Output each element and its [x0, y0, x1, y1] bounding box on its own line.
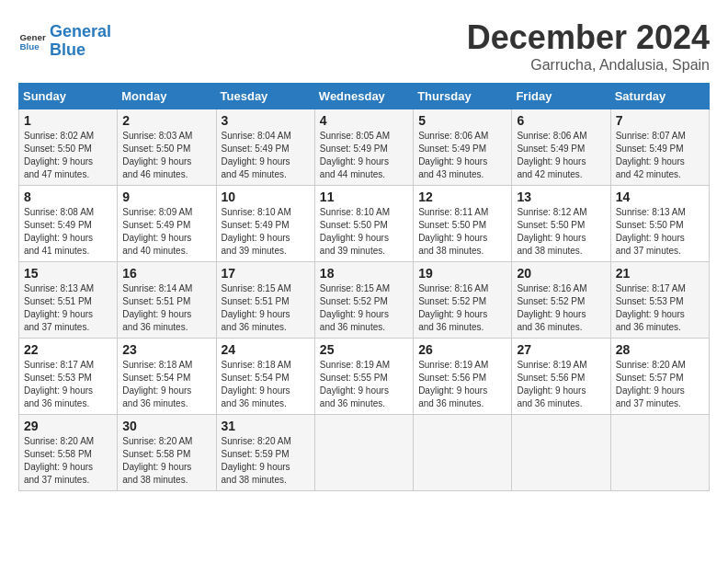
day-number: 19 — [418, 266, 506, 281]
day-number: 7 — [616, 113, 704, 128]
day-number: 12 — [418, 190, 506, 204]
day-info: Sunrise: 8:04 AM Sunset: 5:49 PM Dayligh… — [222, 130, 310, 181]
calendar-day-cell: 26Sunrise: 8:19 AM Sunset: 5:56 PM Dayli… — [414, 339, 512, 415]
calendar-day-cell: 5Sunrise: 8:06 AM Sunset: 5:49 PM Daylig… — [414, 109, 512, 186]
day-number: 2 — [122, 113, 210, 128]
days-header-row: SundayMondayTuesdayWednesdayThursdayFrid… — [19, 84, 710, 109]
calendar-day-cell: 9Sunrise: 8:09 AM Sunset: 5:49 PM Daylig… — [118, 186, 216, 262]
day-info: Sunrise: 8:10 AM Sunset: 5:50 PM Dayligh… — [320, 206, 408, 258]
day-number: 25 — [320, 342, 408, 357]
calendar-day-cell: 2Sunrise: 8:03 AM Sunset: 5:50 PM Daylig… — [118, 109, 216, 186]
day-info: Sunrise: 8:06 AM Sunset: 5:49 PM Dayligh… — [517, 130, 605, 181]
day-number: 10 — [222, 190, 310, 204]
day-number: 4 — [320, 113, 408, 128]
calendar-day-cell — [512, 415, 610, 491]
day-number: 15 — [24, 266, 112, 281]
day-number: 6 — [517, 113, 605, 128]
day-number: 9 — [122, 190, 210, 204]
day-number: 23 — [122, 342, 210, 357]
day-info: Sunrise: 8:15 AM Sunset: 5:52 PM Dayligh… — [320, 282, 408, 334]
calendar-day-cell: 13Sunrise: 8:12 AM Sunset: 5:50 PM Dayli… — [512, 186, 610, 262]
header: General Blue General Blue December 2024 … — [18, 18, 710, 74]
calendar-day-cell: 24Sunrise: 8:18 AM Sunset: 5:54 PM Dayli… — [216, 339, 314, 415]
day-info: Sunrise: 8:09 AM Sunset: 5:49 PM Dayligh… — [122, 206, 210, 258]
calendar-day-cell: 10Sunrise: 8:10 AM Sunset: 5:49 PM Dayli… — [216, 186, 314, 262]
calendar-day-cell: 22Sunrise: 8:17 AM Sunset: 5:53 PM Dayli… — [19, 339, 118, 415]
day-of-week-header: Wednesday — [314, 84, 413, 109]
day-info: Sunrise: 8:20 AM Sunset: 5:59 PM Dayligh… — [222, 435, 310, 487]
calendar-day-cell: 25Sunrise: 8:19 AM Sunset: 5:55 PM Dayli… — [314, 339, 413, 415]
calendar-day-cell: 6Sunrise: 8:06 AM Sunset: 5:49 PM Daylig… — [512, 109, 610, 186]
day-info: Sunrise: 8:19 AM Sunset: 5:55 PM Dayligh… — [320, 359, 408, 410]
calendar-week-row: 1Sunrise: 8:02 AM Sunset: 5:50 PM Daylig… — [19, 109, 710, 186]
calendar-week-row: 8Sunrise: 8:08 AM Sunset: 5:49 PM Daylig… — [19, 186, 710, 262]
day-number: 31 — [222, 419, 310, 433]
day-info: Sunrise: 8:10 AM Sunset: 5:49 PM Dayligh… — [222, 206, 310, 258]
calendar-day-cell — [314, 415, 413, 491]
day-number: 16 — [122, 266, 210, 281]
day-info: Sunrise: 8:11 AM Sunset: 5:50 PM Dayligh… — [418, 206, 506, 258]
calendar-day-cell: 7Sunrise: 8:07 AM Sunset: 5:49 PM Daylig… — [610, 109, 709, 186]
calendar-day-cell: 3Sunrise: 8:04 AM Sunset: 5:49 PM Daylig… — [216, 109, 314, 186]
calendar-day-cell: 17Sunrise: 8:15 AM Sunset: 5:51 PM Dayli… — [216, 262, 314, 339]
calendar-day-cell: 1Sunrise: 8:02 AM Sunset: 5:50 PM Daylig… — [19, 109, 118, 186]
day-info: Sunrise: 8:17 AM Sunset: 5:53 PM Dayligh… — [616, 282, 704, 334]
calendar-day-cell: 27Sunrise: 8:19 AM Sunset: 5:56 PM Dayli… — [512, 339, 610, 415]
day-number: 30 — [122, 419, 210, 433]
day-info: Sunrise: 8:13 AM Sunset: 5:50 PM Dayligh… — [616, 206, 704, 258]
day-info: Sunrise: 8:08 AM Sunset: 5:49 PM Dayligh… — [24, 206, 112, 258]
calendar-day-cell: 23Sunrise: 8:18 AM Sunset: 5:54 PM Dayli… — [118, 339, 216, 415]
svg-text:Blue: Blue — [20, 41, 40, 52]
day-of-week-header: Thursday — [414, 84, 512, 109]
day-info: Sunrise: 8:20 AM Sunset: 5:58 PM Dayligh… — [24, 435, 112, 487]
calendar-day-cell: 15Sunrise: 8:13 AM Sunset: 5:51 PM Dayli… — [19, 262, 118, 339]
day-of-week-header: Friday — [512, 84, 610, 109]
calendar-day-cell: 30Sunrise: 8:20 AM Sunset: 5:58 PM Dayli… — [118, 415, 216, 491]
day-number: 21 — [616, 266, 704, 281]
calendar-day-cell: 21Sunrise: 8:17 AM Sunset: 5:53 PM Dayli… — [610, 262, 709, 339]
day-info: Sunrise: 8:16 AM Sunset: 5:52 PM Dayligh… — [517, 282, 605, 334]
day-number: 22 — [24, 342, 112, 357]
calendar-day-cell: 19Sunrise: 8:16 AM Sunset: 5:52 PM Dayli… — [414, 262, 512, 339]
logo-text: General Blue — [50, 23, 111, 60]
day-info: Sunrise: 8:19 AM Sunset: 5:56 PM Dayligh… — [418, 359, 506, 410]
day-info: Sunrise: 8:19 AM Sunset: 5:56 PM Dayligh… — [517, 359, 605, 410]
logo-line1: General — [50, 22, 111, 40]
day-number: 26 — [418, 342, 506, 357]
day-info: Sunrise: 8:02 AM Sunset: 5:50 PM Dayligh… — [24, 130, 112, 181]
day-number: 27 — [517, 342, 605, 357]
calendar-day-cell: 29Sunrise: 8:20 AM Sunset: 5:58 PM Dayli… — [19, 415, 118, 491]
month-year: December 2024 — [467, 18, 710, 57]
day-info: Sunrise: 8:05 AM Sunset: 5:49 PM Dayligh… — [320, 130, 408, 181]
day-number: 5 — [418, 113, 506, 128]
day-of-week-header: Saturday — [610, 84, 709, 109]
calendar-day-cell: 14Sunrise: 8:13 AM Sunset: 5:50 PM Dayli… — [610, 186, 709, 262]
day-number: 17 — [222, 266, 310, 281]
calendar-day-cell: 12Sunrise: 8:11 AM Sunset: 5:50 PM Dayli… — [414, 186, 512, 262]
calendar-day-cell: 20Sunrise: 8:16 AM Sunset: 5:52 PM Dayli… — [512, 262, 610, 339]
title-area: December 2024 Garrucha, Andalusia, Spain — [467, 18, 710, 74]
day-number: 29 — [24, 419, 112, 433]
day-info: Sunrise: 8:14 AM Sunset: 5:51 PM Dayligh… — [122, 282, 210, 334]
calendar-day-cell: 31Sunrise: 8:20 AM Sunset: 5:59 PM Dayli… — [216, 415, 314, 491]
day-info: Sunrise: 8:13 AM Sunset: 5:51 PM Dayligh… — [24, 282, 112, 334]
day-info: Sunrise: 8:03 AM Sunset: 5:50 PM Dayligh… — [122, 130, 210, 181]
day-info: Sunrise: 8:15 AM Sunset: 5:51 PM Dayligh… — [222, 282, 310, 334]
logo: General Blue General Blue — [18, 23, 111, 60]
day-number: 8 — [24, 190, 112, 204]
calendar-day-cell: 18Sunrise: 8:15 AM Sunset: 5:52 PM Dayli… — [314, 262, 413, 339]
day-info: Sunrise: 8:12 AM Sunset: 5:50 PM Dayligh… — [517, 206, 605, 258]
calendar-day-cell: 4Sunrise: 8:05 AM Sunset: 5:49 PM Daylig… — [314, 109, 413, 186]
calendar-week-row: 15Sunrise: 8:13 AM Sunset: 5:51 PM Dayli… — [19, 262, 710, 339]
calendar-day-cell: 8Sunrise: 8:08 AM Sunset: 5:49 PM Daylig… — [19, 186, 118, 262]
day-of-week-header: Monday — [118, 84, 216, 109]
calendar-week-row: 22Sunrise: 8:17 AM Sunset: 5:53 PM Dayli… — [19, 339, 710, 415]
day-number: 3 — [222, 113, 310, 128]
day-number: 28 — [616, 342, 704, 357]
calendar-day-cell: 11Sunrise: 8:10 AM Sunset: 5:50 PM Dayli… — [314, 186, 413, 262]
logo-line2: Blue — [50, 40, 85, 59]
day-number: 11 — [320, 190, 408, 204]
location: Garrucha, Andalusia, Spain — [467, 57, 710, 74]
day-info: Sunrise: 8:18 AM Sunset: 5:54 PM Dayligh… — [122, 359, 210, 410]
day-info: Sunrise: 8:17 AM Sunset: 5:53 PM Dayligh… — [24, 359, 112, 410]
